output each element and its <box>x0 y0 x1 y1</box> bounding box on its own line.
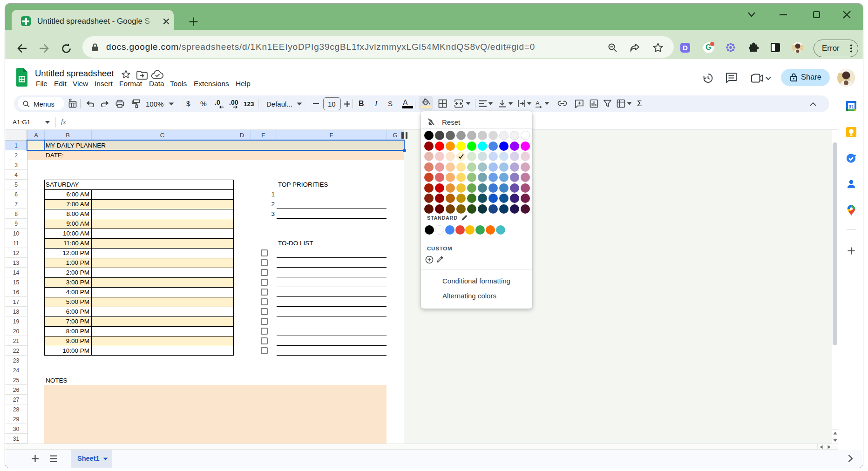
svg-text:31: 31 <box>848 104 854 109</box>
svg-text:A: A <box>536 100 540 107</box>
